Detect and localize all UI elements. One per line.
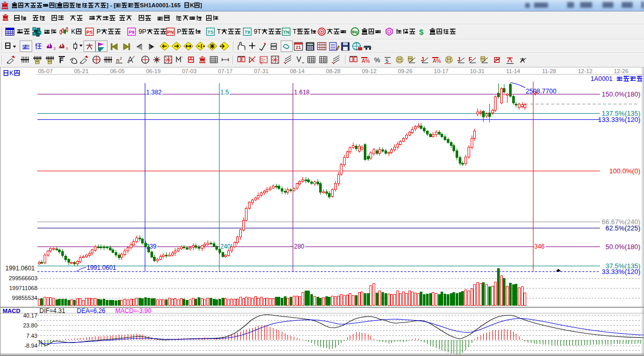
svg-text:23.80: 23.80 <box>23 322 37 328</box>
svg-text:11-14: 11-14 <box>506 68 520 74</box>
svg-text:1A0001: 1A0001 <box>591 75 613 83</box>
svg-text:1991.0601: 1991.0601 <box>5 265 35 272</box>
svg-text:PS: PS <box>86 30 92 35</box>
svg-text:10-31: 10-31 <box>470 68 484 74</box>
svg-text:9: 9 <box>66 47 68 50</box>
svg-text:DIF=4.31: DIF=4.31 <box>39 307 65 314</box>
svg-text:240: 240 <box>221 243 231 250</box>
svg-text:280: 280 <box>294 243 305 250</box>
svg-text:%: % <box>374 56 380 64</box>
svg-text:133.33%(120): 133.33%(120) <box>598 116 640 124</box>
svg-text:12-12: 12-12 <box>578 68 592 74</box>
svg-text:T: T <box>293 28 297 35</box>
svg-text:07-31: 07-31 <box>254 68 268 74</box>
svg-text:9T: 9T <box>254 28 262 35</box>
svg-text:P: P <box>97 28 101 35</box>
svg-text:SH1A0001-165: SH1A0001-165 <box>140 2 181 8</box>
svg-text:33.33%(120): 33.33%(120) <box>602 268 640 276</box>
svg-text:12-26: 12-26 <box>614 68 628 74</box>
svg-text:21: 21 <box>296 45 301 50</box>
svg-text:1.5: 1.5 <box>221 89 229 96</box>
svg-text:TS: TS <box>208 30 214 35</box>
svg-text:2: 2 <box>120 57 122 60</box>
svg-text:07-17: 07-17 <box>218 68 232 74</box>
svg-text:11-28: 11-28 <box>542 68 556 74</box>
svg-text:2508.7700: 2508.7700 <box>526 88 556 95</box>
svg-text:K: K <box>190 2 195 8</box>
svg-text:A%: A% <box>362 58 370 64</box>
svg-text:9P: 9P <box>139 28 146 35</box>
svg-text:150.0%(180): 150.0%(180) <box>602 90 640 98</box>
svg-text:07-03: 07-03 <box>182 68 197 74</box>
svg-text:06-05: 06-05 <box>110 68 125 74</box>
svg-text:K: K <box>9 70 14 77</box>
svg-text:P9: P9 <box>129 30 134 35</box>
svg-text:40.17: 40.17 <box>23 312 37 319</box>
svg-text:09-26: 09-26 <box>398 68 413 74</box>
svg-text:05-21: 05-21 <box>74 68 89 74</box>
svg-text:99855534: 99855534 <box>12 295 37 301</box>
svg-text:n: n <box>116 57 119 63</box>
svg-text:3: 3 <box>53 47 56 50</box>
svg-text:1991.0601: 1991.0601 <box>87 264 116 271</box>
svg-text:06-19: 06-19 <box>146 68 160 74</box>
svg-text:10-17: 10-17 <box>434 68 448 74</box>
svg-text:T9: T9 <box>244 30 250 35</box>
svg-text:5: 5 <box>386 58 389 64</box>
svg-text:-8.94: -8.94 <box>24 343 37 349</box>
svg-text:7.43: 7.43 <box>26 333 37 339</box>
svg-text:100.0%(0): 100.0%(0) <box>609 167 640 175</box>
svg-text:MACD: MACD <box>3 308 20 314</box>
svg-text:05-07: 05-07 <box>38 68 52 74</box>
svg-text:T: T <box>217 28 221 35</box>
svg-text:62.5%(225): 62.5%(225) <box>606 224 640 232</box>
svg-text:P: P <box>177 28 181 35</box>
svg-text:50.0%(180): 50.0%(180) <box>606 243 640 251</box>
svg-text:] - [: ] - [ <box>106 2 116 8</box>
svg-text:08-14: 08-14 <box>290 68 305 74</box>
svg-text:PN: PN <box>167 30 174 35</box>
svg-text:299566603: 299566603 <box>9 275 37 281</box>
svg-text:DEA=6.26: DEA=6.26 <box>77 307 105 314</box>
svg-text:TN: TN <box>283 30 290 35</box>
svg-text:08-28: 08-28 <box>326 68 340 74</box>
svg-text:K: K <box>71 28 76 35</box>
svg-text:1.618: 1.618 <box>294 89 310 96</box>
svg-text:F: F <box>59 56 64 64</box>
svg-text:199711068: 199711068 <box>9 285 37 291</box>
svg-text:09-12: 09-12 <box>362 68 376 74</box>
svg-text:Big: Big <box>352 30 358 34</box>
svg-text:[: [ <box>55 2 57 8</box>
svg-text:346: 346 <box>535 243 545 250</box>
svg-text:]: ] <box>200 2 202 8</box>
svg-text:$: $ <box>419 28 424 36</box>
svg-text:A%: A% <box>433 58 441 64</box>
svg-text:MACD=-3.90: MACD=-3.90 <box>115 307 152 314</box>
svg-text:1.382: 1.382 <box>146 89 162 96</box>
